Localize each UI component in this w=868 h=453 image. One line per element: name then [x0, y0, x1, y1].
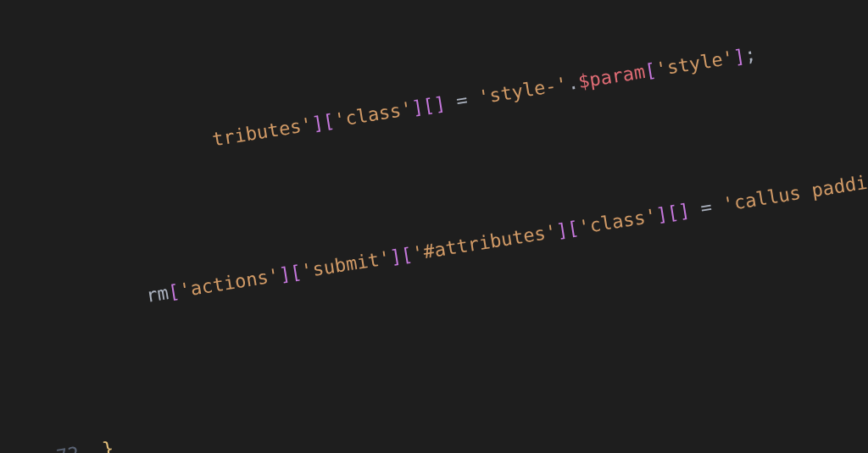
- code-line[interactable]: rm['actions']['submit']['#attributes']['…: [0, 94, 868, 334]
- editor-viewport: rontmap_contact'; tributes']['class'][] …: [0, 0, 868, 453]
- code-content: } = 'btn-green bor: [100, 274, 868, 453]
- line-number: [0, 8, 36, 49]
- code-canvas[interactable]: rontmap_contact'; tributes']['class'][] …: [0, 0, 868, 453]
- code-line[interactable]: tributes']['class'][] = 'style-'.$param[…: [0, 0, 868, 192]
- code-content: rontmap_contact';: [32, 0, 868, 36]
- code-content: tributes']['class'][] = 'style-'.$param[…: [55, 40, 759, 179]
- code-line[interactable]: 72 } = 'btn-green bor: [18, 237, 868, 453]
- code-content: rm['actions']['submit']['#attributes']['…: [77, 149, 868, 322]
- line-number: [0, 151, 59, 192]
- line-number: [0, 293, 82, 334]
- line-number: 72: [18, 435, 104, 453]
